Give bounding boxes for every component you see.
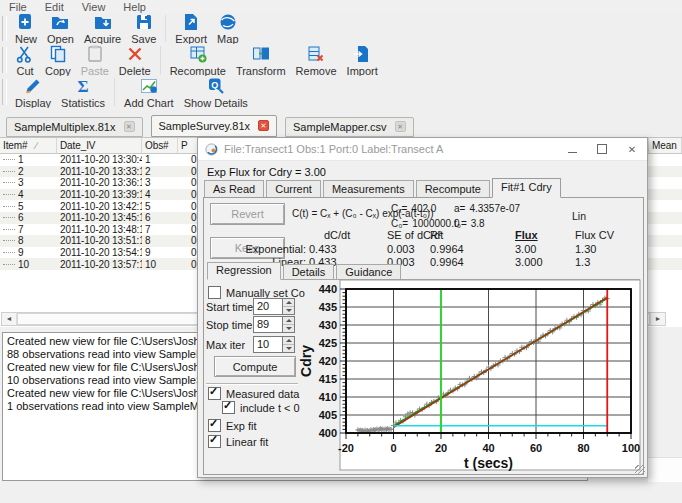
spin-down-icon[interactable] bbox=[283, 307, 294, 314]
svg-text:100: 100 bbox=[622, 442, 640, 454]
dialog-tab-as-read[interactable]: As Read bbox=[204, 180, 264, 198]
tab-close-icon[interactable]: ✕ bbox=[124, 121, 135, 132]
scroll-left-button[interactable]: ◄ bbox=[2, 313, 17, 325]
open-button[interactable]: Open bbox=[42, 11, 79, 46]
map-button[interactable]: Map bbox=[212, 11, 243, 46]
checkbox-box[interactable] bbox=[208, 435, 221, 448]
separator bbox=[206, 383, 298, 385]
dialog-title-bar[interactable]: File:Transect1 Obs:1 Port:0 Label:Transe… bbox=[198, 138, 647, 161]
field-label-max-iter: Max iter bbox=[206, 339, 245, 351]
spin-down-icon[interactable] bbox=[283, 345, 294, 352]
toolbar-grip[interactable] bbox=[2, 16, 7, 41]
transform-button[interactable]: Transform bbox=[231, 43, 291, 78]
revert-button[interactable]: Revert bbox=[210, 203, 285, 225]
compute-button[interactable]: Compute bbox=[214, 356, 296, 377]
paste-button[interactable]: Paste bbox=[76, 43, 114, 78]
param-value: 402.0 bbox=[411, 203, 436, 214]
remove-icon bbox=[306, 44, 326, 64]
dialog-tab-fit-1-cdry[interactable]: Fit#1 Cdry bbox=[492, 178, 561, 198]
spin-input-max-iter[interactable]: 10 bbox=[253, 336, 295, 353]
tab-samplesurvey-81x[interactable]: SampleSurvey.81x✕ bbox=[151, 115, 278, 137]
application-window: FileEditViewHelp NewOpenAcquireSaveExpor… bbox=[0, 0, 682, 503]
subtab-regression[interactable]: Regression bbox=[207, 262, 281, 280]
scroll-right-button[interactable]: ► bbox=[650, 313, 665, 325]
subtab-guidance[interactable]: Guidance bbox=[336, 264, 401, 279]
measured-data-checkbox[interactable]: Measured data bbox=[208, 387, 299, 400]
item-number: 2 bbox=[18, 166, 23, 177]
close-button[interactable]: ✕ bbox=[617, 139, 647, 159]
spin-up-icon[interactable] bbox=[283, 299, 294, 307]
tab-close-icon[interactable]: ✕ bbox=[258, 120, 269, 131]
date-cell: 2011-10-20 13:51:18 bbox=[57, 235, 142, 246]
maximize-button[interactable] bbox=[587, 139, 617, 159]
include-t-0-checkbox[interactable]: include t < 0 bbox=[222, 401, 300, 414]
spin-input-stop-time[interactable]: 89 bbox=[253, 316, 295, 333]
column-header-mean[interactable]: Mean bbox=[648, 138, 682, 153]
tab-samplemapper-csv[interactable]: SampleMapper.csv✕ bbox=[285, 117, 414, 137]
param-value: 3.8 bbox=[471, 218, 485, 229]
tab-close-icon[interactable]: ✕ bbox=[395, 121, 406, 132]
item-number: 5 bbox=[18, 201, 23, 212]
spin-up-icon[interactable] bbox=[283, 337, 294, 345]
add-chart-button[interactable]: Add Chart bbox=[119, 75, 179, 110]
results-header: Flux CV bbox=[575, 229, 614, 241]
new-button[interactable]: New bbox=[10, 11, 42, 46]
spin-input-start-time[interactable]: 20 bbox=[253, 298, 295, 315]
toolbar-grip[interactable] bbox=[2, 47, 7, 73]
checkbox-box[interactable] bbox=[208, 286, 221, 299]
svg-text:Cdry: Cdry bbox=[298, 345, 314, 377]
item-cell: 4 bbox=[0, 189, 57, 200]
item-number: 7 bbox=[18, 224, 23, 235]
statistics-button[interactable]: ΣStatistics bbox=[56, 75, 110, 110]
tree-branch-icon bbox=[3, 171, 15, 172]
checkbox-box[interactable] bbox=[222, 401, 235, 414]
exp-fit-checkbox[interactable]: Exp fit bbox=[208, 419, 257, 432]
minimize-button[interactable] bbox=[557, 139, 587, 159]
dialog-tab-current[interactable]: Current bbox=[266, 180, 321, 198]
checkbox-box[interactable] bbox=[208, 387, 221, 400]
results-value: 3.00 bbox=[515, 243, 536, 255]
field-label-start-time: Start time bbox=[206, 301, 253, 313]
toolbar-button-label: Show Details bbox=[184, 97, 248, 109]
delete-button[interactable]: Delete bbox=[114, 43, 156, 78]
field-label-stop-time: Stop time bbox=[206, 319, 252, 331]
toolbar-row-view: DisplayΣStatisticsAdd ChartQShow Details bbox=[0, 76, 682, 109]
svg-text:440: 440 bbox=[319, 283, 337, 295]
save-button[interactable]: Save bbox=[126, 11, 161, 46]
column-header-item[interactable]: Item#∕ bbox=[0, 138, 57, 153]
subtab-details[interactable]: Details bbox=[283, 264, 335, 279]
remove-button[interactable]: Remove bbox=[291, 43, 342, 78]
dialog-tab-recompute[interactable]: Recompute bbox=[416, 180, 490, 198]
svg-text:Q: Q bbox=[211, 79, 218, 89]
background-pane bbox=[648, 457, 682, 482]
linear-fit-checkbox[interactable]: Linear fit bbox=[208, 435, 268, 448]
date-cell: 2011-10-20 13:45:17 bbox=[57, 212, 142, 223]
import-button[interactable]: Import bbox=[342, 43, 383, 78]
spin-up-icon[interactable] bbox=[283, 317, 294, 325]
copy-button[interactable]: Copy bbox=[40, 43, 76, 78]
spin-down-icon[interactable] bbox=[283, 325, 294, 332]
show-details-button[interactable]: QShow Details bbox=[179, 75, 253, 110]
svg-text:60: 60 bbox=[530, 442, 542, 454]
param-value: 4.3357e-07 bbox=[469, 203, 520, 214]
tab-samplemultiplex-81x[interactable]: SampleMultiplex.81x✕ bbox=[6, 117, 143, 137]
resize-grip[interactable] bbox=[635, 465, 645, 475]
recompute-button[interactable]: Recompute bbox=[165, 43, 231, 78]
app-logo-icon bbox=[205, 143, 218, 156]
export-button[interactable]: Export bbox=[170, 11, 212, 46]
svg-text:-20: -20 bbox=[338, 442, 354, 454]
column-header-obs[interactable]: Obs# bbox=[142, 138, 178, 153]
checkbox-box[interactable] bbox=[208, 419, 221, 432]
cut-button[interactable]: Cut bbox=[10, 43, 40, 78]
display-button[interactable]: Display bbox=[10, 75, 56, 110]
acquire-button[interactable]: Acquire bbox=[79, 11, 126, 46]
tree-branch-icon bbox=[3, 217, 15, 218]
spinner-buttons[interactable] bbox=[282, 299, 294, 314]
spin-value: 89 bbox=[254, 317, 282, 332]
spinner-buttons[interactable] bbox=[282, 337, 294, 352]
spinner-buttons[interactable] bbox=[282, 317, 294, 332]
dialog-tab-measurements[interactable]: Measurements bbox=[323, 180, 414, 198]
item-cell: 2 bbox=[0, 166, 57, 177]
column-header-dateiv[interactable]: Date_IV bbox=[57, 138, 142, 153]
toolbar-grip[interactable] bbox=[2, 79, 7, 105]
